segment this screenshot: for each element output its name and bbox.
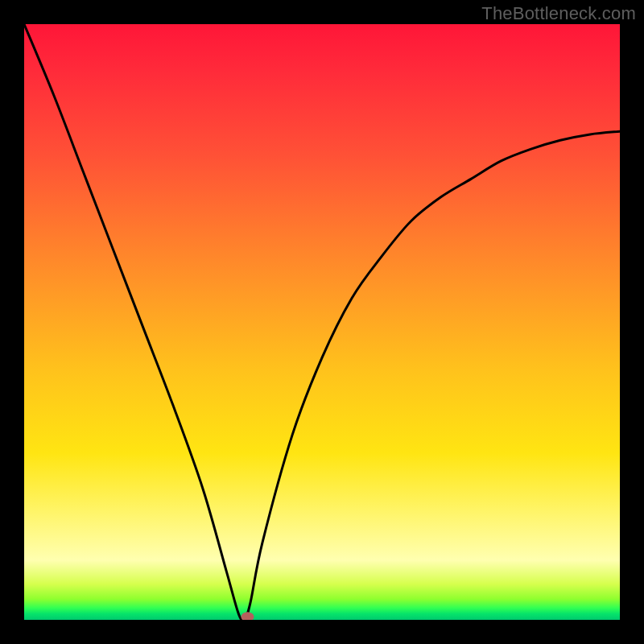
plot-area — [24, 24, 620, 620]
chart-frame: TheBottleneck.com — [0, 0, 644, 644]
optimum-marker — [242, 612, 254, 620]
curve-layer — [24, 24, 620, 620]
watermark-text: TheBottleneck.com — [481, 3, 636, 24]
bottleneck-curve — [24, 24, 620, 620]
